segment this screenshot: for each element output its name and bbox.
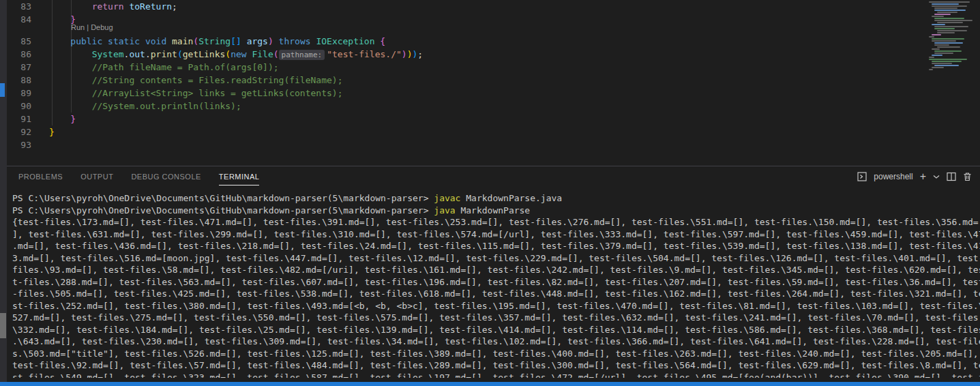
- minimap-line: [934, 18, 964, 19]
- modified-line-marker: [0, 83, 5, 97]
- code-line[interactable]: //ArrayList<String> links = getLinks(con…: [49, 87, 342, 100]
- terminal-line: \332.md=[], test-files.\184.md=[], test-…: [12, 324, 980, 336]
- code-token: [49, 14, 70, 25]
- status-bar-edge: [0, 382, 980, 386]
- code-token: [49, 75, 92, 85]
- minimap-line: [934, 42, 963, 44]
- code-token: []: [231, 36, 241, 46]
- minimap-line: [932, 61, 962, 62]
- minimap-line: [937, 46, 960, 48]
- minimap-line: [932, 67, 944, 68]
- minimap-line: [934, 65, 959, 66]
- code-token: public: [70, 36, 102, 46]
- minimap-line: [934, 8, 957, 9]
- code-token: "test-files./": [327, 49, 402, 59]
- code-token: System: [92, 49, 124, 59]
- terminal-line: s.\503.md=["title"], test-files.\526.md=…: [12, 348, 980, 360]
- code-token: (: [177, 49, 183, 59]
- code-token: static: [108, 36, 140, 46]
- terminal-line: 3.md=[], test-files.\516.md=[moon.jpg], …: [12, 252, 980, 265]
- minimap-line: [932, 40, 956, 42]
- code-line[interactable]: }: [49, 113, 76, 125]
- code-token: [49, 49, 92, 59]
- minimap-line: [937, 30, 967, 31]
- code-token: //Path fileName = Path.of(args[0]);: [92, 62, 279, 72]
- minimap-line: [932, 38, 964, 40]
- tab-output[interactable]: OUTPUT: [80, 173, 113, 185]
- code-token: //String contents = Files.readString(fil…: [92, 75, 343, 85]
- terminal-command: java: [434, 205, 455, 216]
- inlay-hint: pathname:: [279, 50, 325, 60]
- line-number: 93: [7, 138, 31, 151]
- minimap-line: [937, 22, 963, 23]
- code-token: [49, 62, 92, 72]
- line-number: 83: [7, 0, 31, 13]
- code-token: ): [402, 49, 407, 59]
- line-number: 84: [7, 13, 31, 26]
- minimap-line: [934, 10, 966, 11]
- code-token: [49, 1, 92, 12]
- kill-terminal-trash-icon[interactable]: [963, 172, 972, 181]
- minimap-line: [929, 36, 934, 38]
- code-token: String: [198, 36, 231, 46]
- line-number: 85: [7, 35, 31, 48]
- code-line[interactable]: //Path fileName = Path.of(args[0]);: [49, 61, 279, 74]
- code-token: [49, 36, 70, 46]
- active-terminal-label[interactable]: powershell: [874, 172, 912, 181]
- code-line[interactable]: return toReturn;: [49, 0, 177, 13]
- code-token: return: [92, 1, 124, 12]
- terminal-line: test-files.\92.md=[], test-files.\57.md=…: [12, 359, 980, 372]
- terminal-line: .md=[], test-files.\436.md=[], test-file…: [12, 240, 980, 252]
- code-token: throws: [279, 36, 311, 46]
- panel-tab-bar: PROBLEMSOUTPUTDEBUG CONSOLETERMINAL: [7, 166, 980, 185]
- code-editor[interactable]: 8384858687888990919293 return toReturn; …: [7, 0, 980, 166]
- minimap-line: [934, 14, 951, 15]
- line-number: 88: [7, 74, 31, 87]
- terminal-scrollbar-thumb[interactable]: [0, 313, 6, 338]
- code-token: [241, 36, 247, 46]
- terminal-command-args: MarkdownParse: [456, 205, 531, 216]
- terminal-line: ], test-files.\631.md=[], test-files.\29…: [12, 228, 980, 241]
- code-token: //ArrayList<String> links = getLinks(con…: [92, 88, 343, 98]
- minimap-line: [932, 48, 940, 50]
- split-terminal-button[interactable]: [947, 172, 956, 181]
- panel-actions: powershell +: [857, 172, 972, 181]
- minimap-line: [932, 24, 945, 25]
- code-token: {: [380, 36, 385, 46]
- minimap-line: [934, 44, 949, 46]
- tab-debug-console[interactable]: DEBUG CONSOLE: [131, 173, 201, 185]
- code-line[interactable]: //String contents = Files.readString(fil…: [49, 74, 342, 87]
- terminal-output[interactable]: PS C:\Users\pyroh\OneDrive\Documents\Git…: [12, 192, 980, 378]
- minimap-line: [929, 69, 933, 70]
- code-token: [166, 36, 172, 46]
- code-line[interactable]: public static void main(String[] args) t…: [49, 35, 385, 48]
- minimap-line: [937, 12, 957, 13]
- run-debug-codelens[interactable]: Run | Debug: [71, 23, 113, 31]
- app-root: 8384858687888990919293 return toReturn; …: [0, 0, 980, 386]
- terminal-dropdown-chevron-icon[interactable]: [933, 174, 940, 179]
- code-line[interactable]: }: [49, 125, 55, 138]
- minimap-line: [932, 63, 952, 64]
- code-token: [49, 88, 92, 98]
- terminal-prompt: PS C:\Users\pyroh\OneDrive\Documents\Git…: [12, 193, 434, 203]
- tab-terminal[interactable]: TERMINAL: [219, 173, 260, 185]
- terminal-command-args: MarkdownParse.java: [460, 193, 562, 203]
- code-token: [49, 101, 92, 111]
- minimap-line: [934, 28, 955, 29]
- line-number: 91: [7, 113, 31, 125]
- minimap[interactable]: [927, 0, 980, 76]
- terminal-command: javac: [434, 193, 460, 203]
- minimap-line: [929, 1, 970, 3]
- minimap-line: [932, 34, 941, 35]
- code-line[interactable]: //System.out.println(links);: [49, 100, 241, 113]
- powershell-terminal-icon[interactable]: [857, 172, 867, 181]
- minimap-line: [932, 16, 944, 17]
- tab-problems[interactable]: PROBLEMS: [18, 173, 63, 185]
- code-token: print: [151, 49, 177, 59]
- line-number: 92: [7, 125, 31, 138]
- code-token: ): [268, 36, 273, 46]
- terminal-line: files.\93.md=[], test-files.\58.md=[], t…: [12, 264, 980, 276]
- code-line[interactable]: System.out.print(getLinks(new File(pathn…: [49, 48, 423, 61]
- new-terminal-button[interactable]: +: [920, 172, 926, 181]
- terminal-line: t-files.\288.md=[], test-files.\563.md=[…: [12, 276, 980, 288]
